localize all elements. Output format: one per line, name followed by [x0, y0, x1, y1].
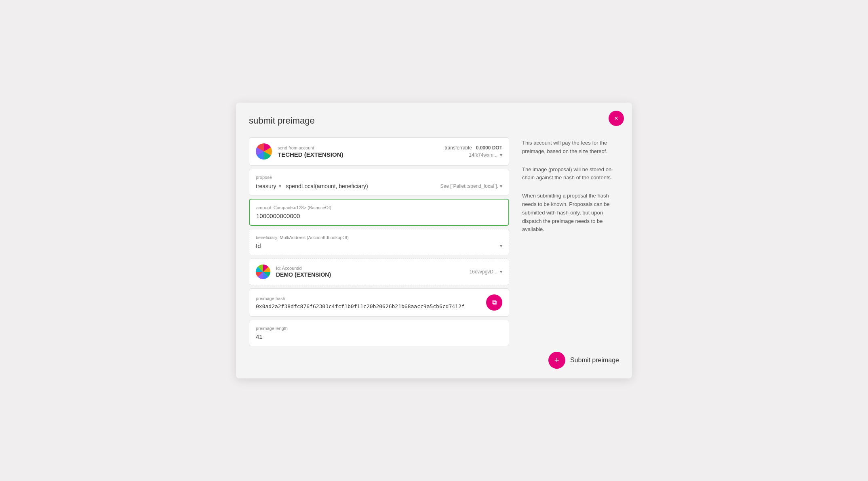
beneficiary-arrow[interactable]: ▾ — [500, 243, 502, 249]
account-info-text: This account will pay the fees for the p… — [522, 139, 619, 156]
copy-button[interactable]: ⧉ — [486, 294, 502, 311]
amount-value[interactable]: 1000000000000 — [256, 212, 502, 219]
beneficiary-card: beneficiary: MultiAddress (AccountIdLook… — [249, 229, 509, 255]
close-button[interactable]: × — [609, 111, 624, 126]
modal-title: submit preimage — [249, 116, 619, 126]
account-address-row[interactable]: 14fk74wxm... ▾ — [469, 152, 502, 158]
id-address-row[interactable]: 16cvvpgvD... ▾ — [470, 269, 502, 275]
amount-label: amount: Compact<u128> (BalanceOf) — [256, 205, 502, 210]
see-link[interactable]: See [`Pallet::spend_local`]. ▾ — [440, 183, 502, 189]
copy-icon: ⧉ — [492, 299, 497, 306]
account-label: send from account — [278, 145, 439, 150]
beneficiary-type: Id — [256, 242, 261, 249]
hash-content: preimage hash 0x0ad2a2f38dfc876f62303c4f… — [256, 296, 481, 309]
hash-label: preimage hash — [256, 296, 481, 301]
submit-preimage-modal: submit preimage × send from account TECH… — [236, 103, 632, 378]
id-name: DEMO (EXTENSION) — [276, 271, 464, 278]
preimage-length-card: preimage length 41 — [249, 320, 509, 346]
side-column: This account will pay the fees for the p… — [522, 137, 619, 346]
proposal-info-text: When submitting a proposal the hash need… — [522, 192, 619, 234]
main-column: send from account TECHED (EXTENSION) tra… — [249, 137, 509, 346]
submit-circle-button[interactable]: + — [548, 352, 565, 369]
account-avatar — [256, 143, 272, 160]
transferrable-label: transferrable 0.0000 DOT — [445, 145, 502, 151]
pallet-arrow: ▾ — [279, 183, 281, 189]
hash-value: 0x0ad2a2f38dfc876f62303c4fcf1b0f11c20b20… — [256, 303, 481, 309]
submit-row: + Submit preimage — [548, 352, 619, 369]
beneficiary-row: Id ▾ — [256, 242, 502, 249]
account-dropdown-arrow[interactable]: ▾ — [500, 152, 502, 158]
account-card: send from account TECHED (EXTENSION) tra… — [249, 137, 509, 166]
propose-card: propose treasury ▾ spendLocal(amount, be… — [249, 169, 509, 195]
length-value: 41 — [256, 333, 502, 340]
see-arrow: ▾ — [500, 183, 502, 189]
preimage-hash-card: preimage hash 0x0ad2a2f38dfc876f62303c4f… — [249, 288, 509, 317]
amount-card[interactable]: amount: Compact<u128> (BalanceOf) 100000… — [249, 199, 509, 226]
id-card: Id: AccountId DEMO (EXTENSION) 16cvvpgvD… — [249, 258, 509, 285]
pallet-select[interactable]: treasury ▾ — [256, 183, 281, 189]
modal-layout: send from account TECHED (EXTENSION) tra… — [249, 137, 619, 346]
account-right: transferrable 0.0000 DOT 14fk74wxm... ▾ — [445, 145, 502, 158]
id-info: Id: AccountId DEMO (EXTENSION) — [276, 266, 464, 278]
propose-row: treasury ▾ spendLocal(amount, beneficiar… — [256, 183, 502, 189]
id-arrow: ▾ — [500, 269, 502, 275]
account-name: TECHED (EXTENSION) — [278, 151, 439, 158]
account-info: send from account TECHED (EXTENSION) — [278, 145, 439, 158]
function-label: spendLocal(amount, beneficiary) — [286, 183, 436, 189]
beneficiary-label: beneficiary: MultiAddress (AccountIdLook… — [256, 235, 502, 240]
submit-plus-icon: + — [554, 355, 560, 365]
submit-label: Submit preimage — [570, 357, 619, 364]
id-avatar — [256, 265, 270, 279]
length-label: preimage length — [256, 326, 502, 331]
id-label: Id: AccountId — [276, 266, 464, 271]
image-info-text: The image (proposal) will be stored on-c… — [522, 166, 619, 183]
propose-label: propose — [256, 175, 502, 180]
